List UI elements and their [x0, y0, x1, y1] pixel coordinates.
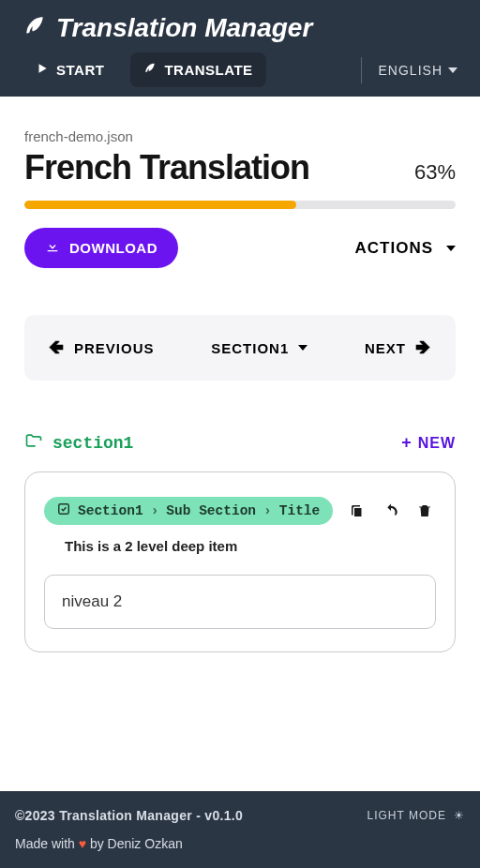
section-nav: 🡸 PREVIOUS SECTION1 NEXT 🡺: [24, 315, 456, 381]
arrow-left-icon: 🡸: [49, 339, 65, 356]
section-name-text: section1: [52, 434, 133, 453]
previous-label: PREVIOUS: [74, 340, 155, 356]
sun-icon: ☀: [454, 809, 465, 822]
nav-translate-label: TRANSLATE: [164, 62, 252, 78]
item-description: This is a 2 level deep item: [65, 538, 436, 554]
main-content: french-demo.json French Translation 63% …: [0, 97, 480, 791]
brand-title: Translation Manager: [56, 13, 312, 43]
heart-icon: ♥: [79, 836, 86, 851]
new-label: NEW: [418, 435, 456, 452]
progress-bar: [24, 201, 296, 209]
nav-start-label: START: [56, 62, 104, 78]
feather-icon: [22, 14, 47, 42]
credit-suffix: by Deniz Ozkan: [86, 836, 183, 851]
brand: Translation Manager: [22, 13, 458, 43]
check-icon: [57, 502, 70, 519]
nav-separator: [361, 57, 362, 83]
crumb-sep: ›: [151, 503, 159, 518]
chevron-down-icon: [298, 345, 308, 351]
previous-button[interactable]: 🡸 PREVIOUS: [49, 339, 155, 356]
download-icon: [45, 239, 60, 257]
feather-icon: [143, 62, 157, 78]
language-select[interactable]: ENGLISH: [379, 63, 458, 78]
section-header: section1 + NEW: [24, 431, 456, 455]
copy-button[interactable]: [348, 501, 367, 520]
play-icon: [36, 62, 49, 78]
download-label: DOWNLOAD: [69, 240, 158, 256]
progress-percent: 63%: [414, 160, 456, 185]
chevron-down-icon: [448, 67, 458, 73]
item-card: Section1 › Sub Section › Title This is a…: [24, 471, 456, 652]
next-label: NEXT: [365, 340, 406, 356]
footer-credit: Made with ♥ by Deniz Ozkan: [15, 836, 465, 851]
actions-dropdown[interactable]: ACTIONS: [355, 239, 457, 258]
top-nav: START TRANSLATE ENGLISH: [22, 52, 458, 97]
actions-row: DOWNLOAD ACTIONS: [24, 228, 456, 268]
nav-start[interactable]: START: [22, 52, 117, 87]
item-toolbar: Section1 › Sub Section › Title: [44, 497, 436, 525]
section-name: section1: [24, 431, 133, 455]
section-select-label: SECTION1: [211, 340, 289, 356]
footer-copyright: ©2023 Translation Manager - v0.1.0: [15, 808, 243, 823]
next-button[interactable]: NEXT 🡺: [365, 339, 431, 356]
theme-toggle[interactable]: LIGHT MODE ☀: [368, 809, 465, 822]
arrow-right-icon: 🡺: [415, 339, 431, 356]
crumb-0: Section1: [78, 503, 143, 518]
crumb-2: Title: [279, 503, 321, 518]
crumb-1: Sub Section: [166, 503, 256, 518]
chevron-down-icon: [446, 246, 456, 251]
section-select[interactable]: SECTION1: [211, 340, 308, 356]
translation-input[interactable]: [44, 575, 436, 629]
undo-button[interactable]: [382, 501, 400, 520]
language-label: ENGLISH: [379, 63, 442, 78]
page-title: French Translation: [24, 148, 309, 187]
credit-prefix: Made with: [15, 836, 79, 851]
crumb-sep: ›: [263, 503, 272, 518]
breadcrumb[interactable]: Section1 › Sub Section › Title: [44, 497, 333, 525]
app-footer: ©2023 Translation Manager - v0.1.0 LIGHT…: [0, 791, 480, 868]
file-name: french-demo.json: [24, 128, 456, 144]
new-button[interactable]: + NEW: [401, 433, 456, 453]
folder-icon: [24, 431, 43, 455]
actions-label: ACTIONS: [355, 239, 434, 258]
delete-button[interactable]: [415, 501, 434, 520]
theme-label: LIGHT MODE: [368, 809, 446, 822]
progress-track: [24, 201, 456, 209]
nav-translate[interactable]: TRANSLATE: [130, 52, 265, 87]
title-row: French Translation 63%: [24, 148, 456, 187]
download-button[interactable]: DOWNLOAD: [24, 228, 178, 268]
plus-icon: +: [401, 433, 412, 453]
app-header: Translation Manager START TRANSLATE ENGL…: [0, 0, 480, 97]
